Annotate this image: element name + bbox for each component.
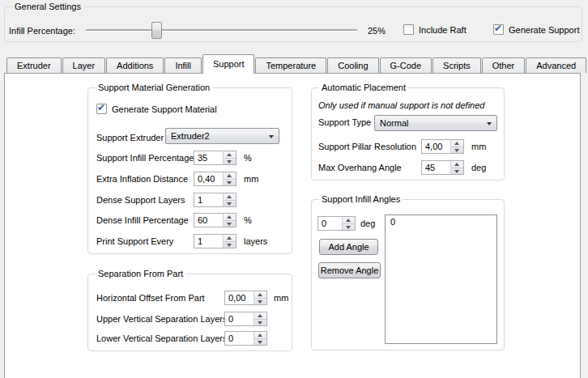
unit-label: %	[244, 153, 252, 164]
spinner-buttons[interactable]	[223, 151, 236, 164]
spinner-buttons[interactable]	[254, 332, 266, 345]
support-tab-panel: Support Material Generation ✔ Generate S…	[4, 73, 581, 378]
combo-value: Normal	[380, 118, 408, 128]
spinner-down-icon[interactable]	[254, 338, 266, 346]
spinner-up-icon[interactable]	[254, 291, 266, 298]
spinner-down-icon[interactable]	[224, 200, 236, 207]
spinner-up-icon[interactable]	[254, 312, 266, 319]
support-infill-percentage-spinner[interactable]: 35	[194, 151, 236, 165]
generate-support-label[interactable]: Generate Support	[509, 25, 579, 36]
spinner-down-icon[interactable]	[451, 168, 463, 175]
spinner-value[interactable]: 0	[225, 312, 254, 325]
automatic-placement-note: Only used if manual support is not defin…	[318, 100, 484, 111]
tab-scripts[interactable]: Scripts	[432, 57, 481, 73]
tab-gcode[interactable]: G-Code	[380, 57, 432, 73]
remove-angle-button[interactable]: Remove Angle	[318, 262, 381, 278]
horizontal-offset-label: Horizontal Offset From Part	[96, 293, 205, 304]
spinner-buttons[interactable]	[450, 161, 463, 174]
support-extruder-combo[interactable]: Extruder2	[165, 128, 279, 144]
automatic-placement-group: Automatic Placement Only used if manual …	[311, 87, 505, 181]
spinner-value[interactable]: 1	[194, 193, 223, 206]
print-support-every-spinner[interactable]: 1	[194, 234, 236, 248]
angle-spinner[interactable]: 0	[317, 216, 356, 231]
spinner-up-icon[interactable]	[224, 193, 236, 200]
spinner-up-icon[interactable]	[224, 172, 236, 179]
spinner-down-icon[interactable]	[343, 223, 355, 231]
spinner-buttons[interactable]	[254, 291, 266, 304]
dense-support-layers-spinner[interactable]: 1	[194, 193, 236, 207]
slider-handle[interactable]	[151, 22, 162, 39]
slider-track[interactable]	[86, 29, 357, 32]
spinner-value[interactable]: 4,00	[422, 140, 450, 153]
group-title: Automatic Placement	[319, 83, 408, 93]
tab-layer[interactable]: Layer	[62, 57, 106, 73]
spinner-down-icon[interactable]	[224, 179, 236, 186]
support-pillar-resolution-spinner[interactable]: 4,00	[421, 139, 464, 154]
spinner-down-icon[interactable]	[254, 319, 266, 326]
unit-label: mm	[244, 174, 258, 185]
group-title: Support Infill Angles	[319, 194, 403, 205]
tab-temperature[interactable]: Temperature	[255, 57, 326, 73]
unit-label: deg	[471, 163, 486, 173]
generate-support-material-checkbox[interactable]: ✔	[96, 104, 107, 114]
generate-support-material-label[interactable]: Generate Support Material	[112, 104, 217, 115]
spinner-value[interactable]: 1	[194, 235, 223, 248]
include-raft-label[interactable]: Include Raft	[419, 25, 467, 36]
support-type-combo[interactable]: Normal	[374, 115, 497, 131]
tab-extruder[interactable]: Extruder	[6, 57, 62, 73]
spinner-value[interactable]: 0	[225, 332, 254, 345]
dropdown-arrow-icon[interactable]	[487, 122, 492, 125]
tab-infill[interactable]: Infill	[164, 57, 202, 73]
spinner-up-icon[interactable]	[224, 151, 236, 158]
spinner-value[interactable]: 60	[194, 214, 223, 227]
spinner-value[interactable]: 0	[318, 217, 342, 230]
spinner-buttons[interactable]	[223, 193, 236, 206]
extra-inflation-distance-spinner[interactable]: 0,40	[194, 172, 236, 186]
unit-label: %	[244, 215, 252, 226]
spinner-up-icon[interactable]	[451, 140, 463, 147]
infill-percentage-slider[interactable]	[86, 22, 357, 40]
spinner-up-icon[interactable]	[451, 161, 463, 168]
spinner-down-icon[interactable]	[254, 298, 266, 305]
print-support-every-label: Print Support Every	[96, 236, 173, 247]
spinner-value[interactable]: 45	[422, 161, 450, 174]
spinner-buttons[interactable]	[223, 172, 236, 185]
spinner-buttons[interactable]	[223, 214, 236, 227]
group-title: Support Material Generation	[96, 83, 212, 93]
spinner-value[interactable]: 35	[194, 151, 223, 164]
dense-infill-percentage-spinner[interactable]: 60	[194, 213, 236, 227]
spinner-buttons[interactable]	[450, 140, 463, 153]
spinner-value[interactable]: 0,40	[194, 172, 223, 185]
infill-percentage-value: 25%	[368, 26, 386, 36]
horizontal-offset-spinner[interactable]: 0,00	[224, 291, 267, 305]
upper-vertical-separation-spinner[interactable]: 0	[224, 312, 267, 326]
spinner-down-icon[interactable]	[224, 220, 236, 227]
unit-label: deg	[360, 219, 375, 229]
tab-advanced[interactable]: Advanced	[526, 57, 586, 73]
lower-vertical-separation-spinner[interactable]: 0	[224, 331, 267, 346]
tab-cooling[interactable]: Cooling	[327, 57, 378, 73]
spinner-buttons[interactable]	[254, 312, 266, 325]
dropdown-arrow-icon[interactable]	[269, 135, 274, 138]
checkmark-icon: ✔	[494, 23, 502, 34]
spinner-up-icon[interactable]	[224, 235, 236, 241]
angle-list[interactable]: 0	[385, 214, 497, 344]
spinner-up-icon[interactable]	[343, 217, 355, 223]
tab-other[interactable]: Other	[482, 57, 526, 73]
include-raft-checkbox[interactable]: ✔	[403, 24, 414, 35]
spinner-buttons[interactable]	[342, 217, 355, 230]
spinner-up-icon[interactable]	[224, 214, 236, 220]
spinner-up-icon[interactable]	[254, 332, 266, 338]
spinner-value[interactable]: 0,00	[225, 291, 254, 304]
infill-percentage-label: Infill Percentage:	[9, 26, 75, 36]
spinner-down-icon[interactable]	[451, 147, 463, 154]
add-angle-button[interactable]: Add Angle	[319, 239, 378, 255]
spinner-down-icon[interactable]	[224, 158, 236, 165]
spinner-down-icon[interactable]	[224, 241, 236, 248]
generate-support-checkbox[interactable]: ✔	[493, 24, 504, 35]
spinner-buttons[interactable]	[223, 235, 236, 248]
tab-additions[interactable]: Additions	[106, 57, 164, 73]
list-item[interactable]: 0	[386, 215, 496, 228]
max-overhang-angle-spinner[interactable]: 45	[421, 160, 464, 175]
tab-support[interactable]: Support	[202, 54, 255, 74]
